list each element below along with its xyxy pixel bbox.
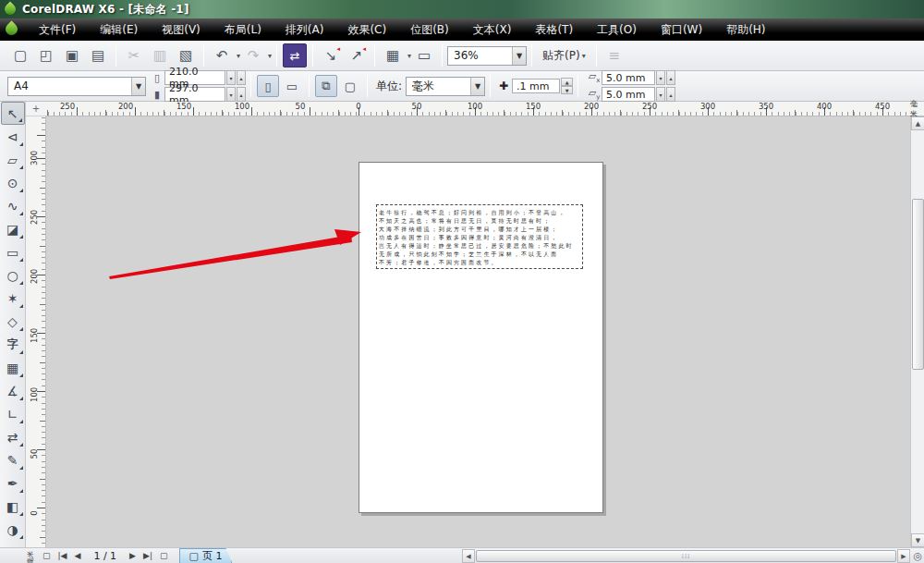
nudge-spinner[interactable]: ▲▼ [561, 78, 573, 94]
horizontal-scrollbar[interactable]: ◀ ⁞⁞⁞ ▶ [462, 549, 910, 563]
vruler-label: 150 [30, 328, 39, 343]
undo-dropdown-icon[interactable]: ▾ [237, 52, 240, 60]
redo-dropdown-icon[interactable]: ▾ [268, 52, 272, 60]
shape-tool-icon[interactable]: ⊲ [1, 125, 25, 148]
ruler-origin-icon[interactable]: + [26, 102, 46, 116]
next-page-button[interactable]: ▶ [126, 551, 140, 560]
basic-shapes-tool-icon[interactable]: ◇ [1, 310, 25, 333]
page-height-spinner[interactable]: ▾▴ [225, 87, 246, 102]
smart-fill-tool-icon-glyph: ◪ [6, 222, 18, 237]
zoom-level-value: 36% [448, 49, 512, 62]
menu-layout[interactable]: 布局(L) [213, 23, 274, 36]
new-document-icon[interactable]: ▢ [8, 43, 32, 67]
paper-size-select[interactable]: A4 ▼ [7, 77, 146, 96]
import-icon[interactable]: ↘ [319, 43, 343, 67]
polygon-tool-icon[interactable]: ✶ [1, 287, 25, 310]
text-tool-icon[interactable]: 字 [1, 333, 25, 356]
menu-edit[interactable]: 编辑(E) [88, 23, 150, 36]
previous-page-button[interactable]: ◀ [70, 551, 84, 560]
duplicate-y-spinner[interactable]: ▾▴ [655, 87, 675, 102]
menu-table[interactable]: 表格(T) [523, 23, 585, 36]
title-bar: CorelDRAW X6 - [未命名 -1] [0, 0, 924, 18]
first-page-button[interactable]: |◀ [55, 551, 71, 560]
page-width-spinner[interactable]: ▾▴ [225, 70, 246, 85]
menu-arrange[interactable]: 排列(A) [274, 23, 336, 36]
portrait-button[interactable]: ▯ [257, 75, 279, 97]
dimension-tool-icon[interactable]: ∡ [1, 379, 25, 402]
welcome-screen-icon[interactable]: ▭ [412, 43, 436, 67]
menu-view[interactable]: 视图(V) [150, 23, 213, 36]
menu-text[interactable]: 文本(X) [461, 23, 524, 36]
connector-tool-icon[interactable]: ∟ [1, 402, 25, 425]
pick-tool-icon[interactable]: ↖ [1, 102, 25, 125]
vertical-scrollbar[interactable]: ▲ ▼ [910, 116, 924, 547]
paragraph-text-frame[interactable]: 老牛徐行，稳驾不息；好问则裕，自用则小；不登高山，不知天之高也；常将有日思无日，… [376, 204, 583, 269]
menu-file[interactable]: 文件(F) [27, 23, 88, 36]
drawing-canvas[interactable]: 老牛徐行，稳驾不息；好问则裕，自用则小；不登高山，不知天之高也；常将有日思无日，… [46, 116, 910, 547]
fill-tool-icon[interactable]: ◧ [1, 495, 25, 518]
scroll-up-icon[interactable]: ▲ [911, 116, 924, 130]
hruler-label: 350 [759, 102, 773, 111]
interactive-fill-tool-icon-glyph: ◑ [6, 522, 18, 537]
document-page[interactable]: 老牛徐行，稳驾不息；好问则裕，自用则小；不登高山，不知天之高也；常将有日思无日，… [359, 162, 603, 513]
zoom-level-select[interactable]: 36%▼ [447, 46, 527, 66]
coreldraw-menu-logo-icon[interactable] [3, 20, 19, 37]
vertical-scroll-thumb[interactable] [912, 199, 924, 370]
scroll-left-icon[interactable]: ◀ [462, 549, 475, 563]
nudge-field[interactable]: .1 mm [512, 79, 560, 93]
interactive-fill-tool-icon[interactable]: ◑ [1, 518, 25, 541]
page-counter: 1 / 1 [84, 550, 126, 562]
scroll-down-icon[interactable]: ▼ [911, 533, 924, 547]
page-height-field[interactable]: 297.0 mm [164, 87, 225, 102]
open-icon[interactable]: ◰ [34, 43, 58, 67]
add-page-after-button[interactable]: ▢ [156, 551, 172, 560]
horizontal-ruler[interactable]: 2502001501005005010015020025030035040045… [46, 102, 910, 116]
scroll-right-icon[interactable]: ▶ [897, 549, 910, 563]
document-navigator-icon[interactable]: ◎ [913, 550, 922, 562]
ellipse-tool-icon[interactable]: ○ [1, 263, 25, 287]
vruler-label: 100 [30, 387, 39, 402]
duplicate-x-spinner[interactable]: ▾▴ [655, 70, 675, 85]
outline-pen-tool-icon[interactable]: ✒ [1, 471, 25, 495]
landscape-button[interactable]: ▭ [281, 75, 303, 97]
vertical-ruler[interactable]: 300250200150100500 [26, 116, 46, 547]
paste-icon[interactable]: ▧ [174, 43, 198, 67]
duplicate-y-field[interactable]: 5.0 mm [602, 87, 655, 102]
blend-tool-icon[interactable]: ⇄ [1, 425, 25, 448]
current-page-button[interactable]: ▢ [339, 75, 361, 97]
units-select[interactable]: 毫米 ▼ [406, 77, 485, 96]
application-launcher-dropdown-icon[interactable]: ▾ [407, 52, 411, 60]
pick-tool-icon-glyph: ↖ [7, 106, 18, 121]
crop-tool-icon[interactable]: ▱ [1, 148, 25, 171]
search-content-icon[interactable]: ⇄ [283, 43, 307, 67]
menu-tools[interactable]: 工具(O) [585, 23, 649, 36]
eyedropper-tool-icon[interactable]: ✎ [1, 448, 25, 471]
freehand-tool-icon[interactable]: ∿ [1, 194, 25, 217]
print-icon[interactable]: ▤ [86, 43, 110, 67]
rectangle-tool-icon[interactable]: ▭ [1, 240, 25, 263]
undo-icon[interactable]: ↶ [210, 43, 234, 67]
last-page-button[interactable]: ▶| [140, 551, 156, 560]
save-icon[interactable]: ▣ [60, 43, 84, 67]
add-page-before-button[interactable]: ▢ [39, 551, 55, 560]
export-icon[interactable]: ↗ [345, 43, 369, 67]
menu-bitmaps[interactable]: 位图(B) [398, 23, 461, 36]
duplicate-x-field[interactable]: 5.0 mm [602, 70, 655, 85]
application-launcher-icon[interactable]: ▦ [381, 43, 405, 67]
page-icon: ▢ [186, 550, 202, 562]
menu-bar: 文件(F)编辑(E)视图(V)布局(L)排列(A)效果(C)位图(B)文本(X)… [0, 18, 924, 41]
chevron-down-icon: ▼ [470, 78, 484, 95]
text-line: 岂无人有得运时；静坐常思己过，居安要思危险；不愁此时 [379, 241, 580, 250]
table-tool-icon[interactable]: ▦ [1, 356, 25, 379]
table-tool-icon-glyph: ▦ [6, 361, 18, 375]
menu-help[interactable]: 帮助(H) [714, 23, 777, 36]
page-tab[interactable]: ▢ 页 1 [179, 548, 233, 563]
all-pages-button[interactable]: ⧉ [315, 75, 337, 97]
snap-to-button[interactable]: 贴齐(P)▾ [537, 44, 591, 67]
horizontal-scroll-thumb[interactable]: ⁞⁞⁞ [476, 550, 896, 562]
menu-window[interactable]: 窗口(W) [649, 23, 714, 36]
menu-effects[interactable]: 效果(C) [335, 23, 398, 36]
zoom-tool-icon[interactable]: ⊙ [1, 171, 25, 194]
smart-fill-tool-icon[interactable]: ◪ [1, 217, 25, 240]
rectangle-tool-icon-glyph: ▭ [6, 245, 18, 260]
